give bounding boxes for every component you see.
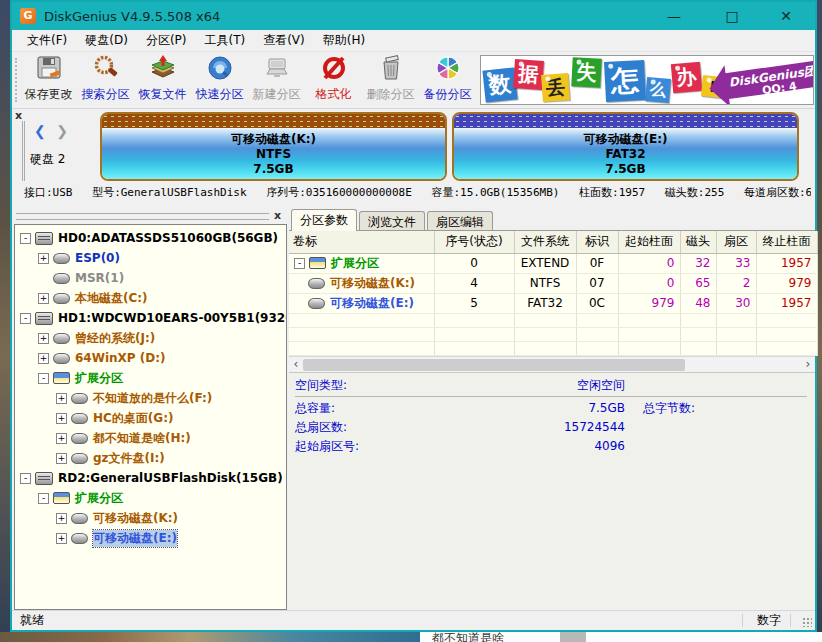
tree-expander[interactable]: + — [56, 513, 67, 524]
panel-grip[interactable] — [22, 121, 25, 181]
toolbar-button-label: 新建分区 — [253, 86, 301, 103]
partition-box-k[interactable]: 可移动磁盘(K:) NTFS 7.5GB — [100, 112, 447, 181]
tree-item-f[interactable]: +不知道放的是什么(F:) — [15, 388, 286, 408]
menu-disk[interactable]: 硬盘(D) — [76, 30, 137, 51]
cell-seq: 4 — [434, 273, 514, 293]
tree-expander[interactable]: - — [20, 473, 31, 484]
menu-help[interactable]: 帮助(H) — [314, 30, 374, 51]
tab-sector-edit[interactable]: 扇区编辑 — [427, 211, 493, 230]
tree-item-g[interactable]: +HC的桌面(G:) — [15, 408, 286, 428]
save-changes-button[interactable]: 保存更改 — [20, 54, 77, 106]
tree-item-d[interactable]: +64WinXP (D:) — [15, 348, 286, 368]
tree-item-hd1[interactable]: -HD1:WDCWD10EARS-00Y5B1(932GB) — [15, 308, 286, 328]
tree-close-icon[interactable]: x — [274, 209, 281, 222]
next-disk-icon[interactable]: ❯ — [56, 123, 71, 139]
tree-item-c[interactable]: +本地磁盘(C:) — [15, 288, 286, 308]
table-row-extended[interactable]: -扩展分区 0 EXTEND 0F 0 32 33 1957 — [289, 253, 817, 273]
partition-size: 7.5GB — [454, 162, 797, 177]
banner-note: 么 — [645, 77, 671, 103]
tree-item-label: 可移动磁盘(E:) — [93, 530, 177, 547]
menu-file[interactable]: 文件(F) — [18, 30, 76, 51]
tree-item-k[interactable]: +可移动磁盘(K:) — [15, 508, 286, 528]
toolbar-button-label: 格式化 — [316, 86, 352, 103]
banner-note: 据 — [513, 59, 544, 90]
tree-expander[interactable]: + — [56, 413, 67, 424]
prev-disk-icon[interactable]: ❮ — [34, 123, 49, 139]
resize-grip[interactable] — [802, 617, 812, 627]
maximize-button[interactable]: □ — [711, 2, 753, 30]
start-sector-label: 起始扇区号: — [295, 438, 500, 455]
col-filesystem[interactable]: 文件系统 — [514, 231, 576, 253]
tree-item-rd2[interactable]: -RD2:GeneralUSBFlashDisk(15GB) — [15, 468, 286, 488]
tree-item-extended-hd1[interactable]: -扩展分区 — [15, 368, 286, 388]
col-sector[interactable]: 扇区 — [716, 231, 756, 253]
tree-expander[interactable]: + — [56, 533, 67, 544]
tree-item-esp[interactable]: +ESP(0) — [15, 248, 286, 268]
tree-item-msr[interactable]: MSR(1) — [15, 268, 286, 288]
tree-expander[interactable]: + — [56, 433, 67, 444]
col-seq-status[interactable]: 序号(状态) — [434, 231, 514, 253]
quick-partition-button[interactable]: 快速分区 — [191, 54, 248, 106]
cell-fs: EXTEND — [514, 253, 576, 273]
new-partition-button[interactable]: 新建分区 — [248, 54, 305, 106]
disk-interface: 接口:USB — [24, 186, 73, 199]
col-id[interactable]: 标识 — [576, 231, 618, 253]
recover-files-icon — [149, 54, 177, 85]
tree-item-label: 可移动磁盘(K:) — [93, 510, 178, 527]
scrollbar-thumb[interactable] — [303, 359, 685, 371]
tree-item-h[interactable]: +都不知道是啥(H:) — [15, 428, 286, 448]
partition-icon — [53, 333, 70, 344]
tree-expander[interactable]: - — [38, 493, 49, 504]
col-start-cylinder[interactable]: 起始柱面 — [618, 231, 680, 253]
tree-item-hd0[interactable]: -HD0:ADATASSDS51060GB(56GB) — [15, 228, 286, 248]
table-header-row: 卷标 序号(状态) 文件系统 标识 起始柱面 磁头 扇区 终止柱面 — [289, 231, 817, 253]
current-disk-label: 硬盘 2 — [30, 151, 65, 168]
tab-partition-params[interactable]: 分区参数 — [291, 209, 357, 231]
recover-files-button[interactable]: 恢复文件 — [134, 54, 191, 106]
background-window-text: 都不知道是啥 — [432, 632, 504, 642]
status-separator — [790, 614, 791, 627]
start-sector-value: 4096 — [500, 439, 625, 453]
row-expander[interactable]: - — [294, 258, 305, 269]
partition-name: 可移动磁盘(K:) — [102, 132, 445, 147]
tab-browse-files[interactable]: 浏览文件 — [359, 211, 425, 230]
backup-partition-button[interactable]: 备份分区 — [419, 54, 476, 106]
ad-banner[interactable]: 数 据 丢 失 怎 么 办 ! DiskGenius团队 QQ: 4 — [480, 55, 814, 105]
partition-icon — [53, 253, 70, 264]
hard-disk-icon — [35, 232, 53, 245]
format-icon — [320, 54, 348, 85]
scroll-right-icon[interactable]: › — [801, 357, 815, 372]
close-button[interactable]: ✕ — [765, 2, 807, 30]
diskgenius-window: G DiskGenius V4.9.5.508 x64 — □ ✕ 文件(F) … — [10, 0, 817, 632]
tree-expander[interactable]: + — [56, 393, 67, 404]
col-volume-label[interactable]: 卷标 — [289, 231, 434, 253]
tree-expander[interactable]: - — [38, 373, 49, 384]
search-partition-button[interactable]: 搜索分区 — [77, 54, 134, 106]
delete-partition-button[interactable]: 删除分区 — [362, 54, 419, 106]
tree-expander[interactable]: + — [38, 353, 49, 364]
menu-tools[interactable]: 工具(T) — [195, 30, 254, 51]
tree-expander[interactable]: + — [56, 453, 67, 464]
empty-row — [289, 341, 817, 355]
tree-item-e-selected[interactable]: +可移动磁盘(E:) — [15, 528, 286, 548]
scroll-left-icon[interactable]: ‹ — [289, 357, 303, 372]
tree-expander[interactable]: + — [38, 253, 49, 264]
tree-expander[interactable]: - — [20, 313, 31, 324]
menu-view[interactable]: 查看(V) — [254, 30, 314, 51]
partition-box-e[interactable]: 可移动磁盘(E:) FAT32 7.5GB — [452, 112, 799, 181]
col-end-cylinder[interactable]: 终止柱面 — [756, 231, 817, 253]
tree-expander[interactable]: + — [38, 333, 49, 344]
col-head[interactable]: 磁头 — [680, 231, 716, 253]
table-row-e[interactable]: 可移动磁盘(E:) 5 FAT32 0C 979 48 30 1957 — [289, 293, 817, 313]
tree-item-extended-rd2[interactable]: -扩展分区 — [15, 488, 286, 508]
format-button[interactable]: 格式化 — [305, 54, 362, 106]
tree-item-j[interactable]: +曾经的系统(J:) — [15, 328, 286, 348]
tree-expander[interactable]: + — [38, 293, 49, 304]
tree-expander[interactable]: - — [20, 233, 31, 244]
table-row-k[interactable]: 可移动磁盘(K:) 4 NTFS 07 0 65 2 979 — [289, 273, 817, 293]
horizontal-scrollbar[interactable]: ‹ › — [289, 356, 815, 372]
menu-partition[interactable]: 分区(P) — [137, 30, 196, 51]
space-details: 空间类型: 空闲空间 总容量: 7.5GB 总字节数: 总扇区数: 157245… — [289, 372, 815, 611]
tree-item-i[interactable]: +gz文件盘(I:) — [15, 448, 286, 468]
minimize-button[interactable]: — — [653, 2, 695, 30]
